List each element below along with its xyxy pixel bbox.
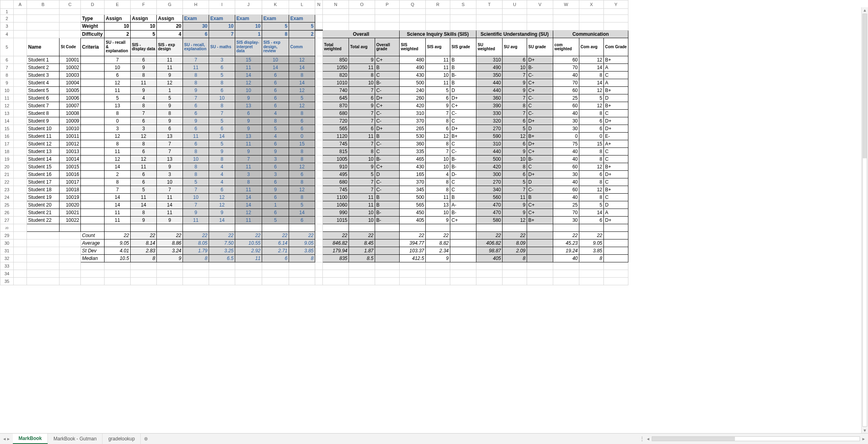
cell[interactable] bbox=[14, 38, 27, 56]
type-cell[interactable]: Assign bbox=[131, 15, 157, 23]
scroll-up-icon[interactable]: ▴ bbox=[864, 7, 866, 13]
avg-cell[interactable]: 8 bbox=[579, 156, 604, 163]
score-cell[interactable]: 6 bbox=[131, 171, 157, 178]
column-header[interactable]: T bbox=[476, 0, 503, 9]
student-name[interactable]: Student 4 bbox=[27, 79, 60, 87]
score-cell[interactable]: 7 bbox=[157, 186, 183, 194]
stat-cell[interactable]: 1.79 bbox=[183, 247, 209, 255]
grade-cell[interactable]: C bbox=[450, 178, 476, 186]
cell[interactable] bbox=[503, 15, 527, 23]
stat-cell[interactable]: 9.05 bbox=[105, 239, 131, 247]
avg-cell[interactable]: 8 bbox=[426, 117, 450, 125]
cell[interactable] bbox=[349, 262, 375, 270]
student-name[interactable]: Student 12 bbox=[27, 140, 60, 148]
score-cell[interactable]: 10 bbox=[262, 56, 289, 64]
stat-cell[interactable]: 22 bbox=[503, 232, 527, 239]
column-header[interactable]: U bbox=[503, 0, 527, 9]
cell[interactable] bbox=[27, 239, 60, 247]
cell[interactable] bbox=[375, 270, 400, 278]
grade-cell[interactable]: D bbox=[527, 125, 553, 133]
weight-cell[interactable]: 20 bbox=[157, 23, 183, 31]
row-header[interactable]: 23 bbox=[0, 186, 14, 194]
weighted-cell[interactable]: 60 bbox=[553, 163, 579, 171]
score-cell[interactable]: 8 bbox=[105, 178, 131, 186]
row-header[interactable]: 13 bbox=[0, 110, 14, 117]
student-name[interactable]: Student 15 bbox=[27, 163, 60, 171]
avg-cell[interactable]: 14 bbox=[579, 64, 604, 72]
score-cell[interactable]: 6 bbox=[262, 102, 289, 110]
score-cell[interactable]: 4 bbox=[262, 133, 289, 140]
weighted-cell[interactable]: 815 bbox=[323, 148, 349, 156]
stat-cell[interactable]: 22 bbox=[323, 232, 349, 239]
cell[interactable] bbox=[400, 224, 426, 232]
cell[interactable] bbox=[349, 270, 375, 278]
weighted-cell[interactable]: 490 bbox=[476, 64, 503, 72]
row-header[interactable]: 5 bbox=[0, 38, 14, 56]
weighted-cell[interactable]: 30 bbox=[553, 217, 579, 224]
score-cell[interactable]: 7 bbox=[183, 186, 209, 194]
score-cell[interactable]: 12 bbox=[105, 133, 131, 140]
type-cell[interactable]: Exam bbox=[209, 15, 235, 23]
grade-cell[interactable]: C- bbox=[527, 186, 553, 194]
row-header[interactable]: 20 bbox=[0, 224, 14, 232]
student-name[interactable]: Student 13 bbox=[27, 148, 60, 156]
cell[interactable] bbox=[315, 201, 323, 209]
cell[interactable] bbox=[503, 23, 527, 31]
weighted-cell[interactable]: 345 bbox=[400, 186, 426, 194]
weighted-cell[interactable]: 60 bbox=[553, 87, 579, 94]
weighted-cell[interactable]: 500 bbox=[400, 194, 426, 201]
cell[interactable] bbox=[81, 217, 105, 224]
weighted-cell[interactable]: 1010 bbox=[323, 79, 349, 87]
score-cell[interactable]: 12 bbox=[105, 156, 131, 163]
student-name[interactable]: Student 8 bbox=[27, 110, 60, 117]
score-cell[interactable]: 12 bbox=[235, 79, 262, 87]
stat-cell[interactable]: 179.94 bbox=[323, 247, 349, 255]
grade-cell[interactable]: C bbox=[375, 148, 400, 156]
score-cell[interactable]: 8 bbox=[209, 79, 235, 87]
grade-cell[interactable]: C+ bbox=[527, 148, 553, 156]
scroll-down-icon[interactable]: ▾ bbox=[864, 428, 866, 433]
row-header[interactable]: 34 bbox=[0, 270, 14, 278]
cell[interactable] bbox=[315, 94, 323, 102]
subheader-cell[interactable]: com weighted bbox=[553, 38, 579, 56]
avg-cell[interactable]: 8 bbox=[349, 72, 375, 79]
criteria-cell[interactable]: SIS display-interpret data bbox=[235, 38, 262, 56]
cell[interactable] bbox=[315, 30, 323, 38]
cell[interactable] bbox=[315, 56, 323, 64]
score-cell[interactable]: 4 bbox=[209, 171, 235, 178]
cell[interactable] bbox=[14, 125, 27, 133]
grade-cell[interactable]: C bbox=[375, 72, 400, 79]
avg-cell[interactable]: 7 bbox=[426, 110, 450, 117]
spreadsheet-grid[interactable]: ABCDEFGHIJKLNNOPQRSTUVWXY12TypeAssignAss… bbox=[0, 0, 868, 433]
grade-cell[interactable]: C bbox=[604, 148, 628, 156]
cell[interactable] bbox=[315, 15, 323, 23]
weighted-cell[interactable]: 30 bbox=[553, 125, 579, 133]
cell[interactable] bbox=[400, 23, 426, 31]
cell[interactable] bbox=[315, 178, 323, 186]
avg-cell[interactable]: 7 bbox=[426, 148, 450, 156]
hscroll-handle-icon[interactable]: ⋮ bbox=[640, 436, 644, 442]
weighted-cell[interactable]: 1100 bbox=[323, 194, 349, 201]
stat-cell[interactable]: 22 bbox=[289, 232, 315, 239]
grade-cell[interactable]: A bbox=[604, 64, 628, 72]
score-cell[interactable]: 11 bbox=[131, 79, 157, 87]
cell[interactable] bbox=[553, 278, 579, 285]
column-header[interactable]: W bbox=[553, 0, 579, 9]
cell[interactable] bbox=[315, 232, 323, 239]
subheader-cell[interactable]: SU weighted bbox=[476, 38, 503, 56]
grade-cell[interactable]: B bbox=[450, 194, 476, 201]
scroll-left-icon[interactable]: ◂ bbox=[647, 436, 649, 442]
cell[interactable] bbox=[27, 262, 60, 270]
score-cell[interactable]: 11 bbox=[235, 140, 262, 148]
score-cell[interactable]: 6 bbox=[262, 87, 289, 94]
grade-cell[interactable]: D+ bbox=[604, 217, 628, 224]
cell[interactable] bbox=[426, 262, 450, 270]
cell[interactable] bbox=[14, 262, 27, 270]
cell[interactable] bbox=[527, 270, 553, 278]
avg-cell[interactable]: 6 bbox=[426, 125, 450, 133]
cell[interactable] bbox=[527, 15, 553, 23]
grade-cell[interactable]: B bbox=[375, 133, 400, 140]
score-cell[interactable]: 9 bbox=[262, 186, 289, 194]
grade-cell[interactable]: C- bbox=[527, 72, 553, 79]
score-cell[interactable]: 9 bbox=[157, 163, 183, 171]
